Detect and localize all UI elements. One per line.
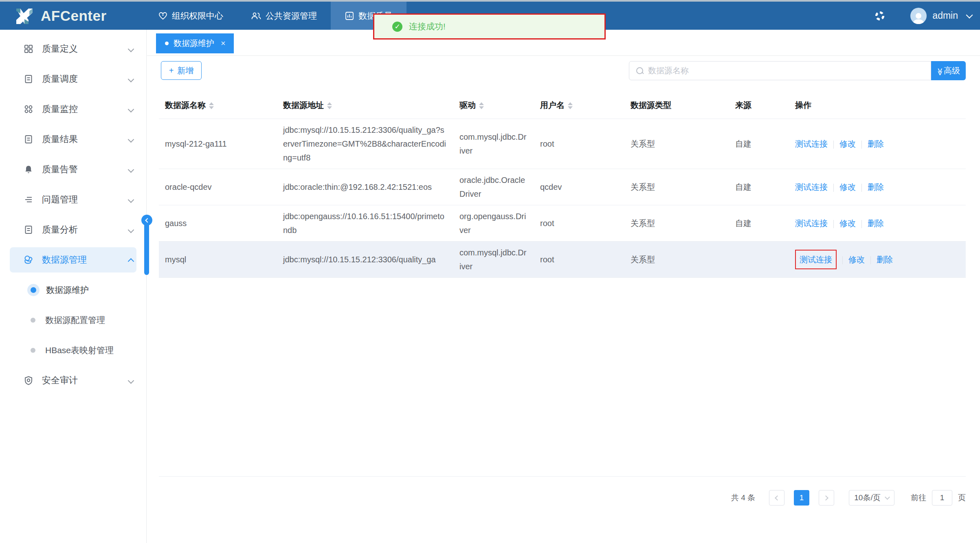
table-header-row: 数据源名称 数据源地址 驱动 用户名 数据源类型 来源 操作 <box>159 92 966 119</box>
delete-link[interactable]: 删除 <box>868 219 884 228</box>
chevron-down-icon <box>128 226 134 233</box>
sidebar-item-label: 安全审计 <box>42 374 129 387</box>
cell-name: mysql-212-ga111 <box>159 119 277 169</box>
double-chevron-down-icon: ≫ <box>936 68 945 75</box>
dot-icon <box>31 348 35 353</box>
test-connection-link[interactable]: 测试连接 <box>795 219 828 228</box>
page-size-value: 10条/页 <box>854 492 880 503</box>
main-area: 数据源维护 × + 新增 ≫ 高级 <box>147 30 980 543</box>
prev-page-button[interactable] <box>769 490 784 506</box>
cell-source: 自建 <box>729 169 789 205</box>
sidebar-menu: 质量定义 质量调度 质量监控 质量结果 <box>0 30 146 396</box>
chevron-right-icon <box>823 495 828 501</box>
edit-link[interactable]: 修改 <box>839 219 856 228</box>
search-icon <box>636 67 644 75</box>
nav-item-public-resource[interactable]: 公共资源管理 <box>237 2 331 30</box>
edit-link[interactable]: 修改 <box>839 182 856 191</box>
nav-item-label: 公共资源管理 <box>266 10 317 22</box>
edit-link[interactable]: 修改 <box>839 139 856 148</box>
column-header-address[interactable]: 数据源地址 <box>277 92 453 119</box>
cell-driver: com.mysql.jdbc.Driver <box>453 242 534 278</box>
toast-message: 连接成功! <box>409 21 446 32</box>
test-connection-link[interactable]: 测试连接 <box>795 182 828 191</box>
cell-driver: oracle.jdbc.OracleDriver <box>453 169 534 205</box>
sidebar-item-issue-management[interactable]: 问题管理 <box>0 185 146 215</box>
delete-link[interactable]: 删除 <box>868 139 884 148</box>
cell-actions: 测试连接修改删除 <box>789 169 966 205</box>
collapse-circle[interactable] <box>141 215 152 226</box>
cell-type: 关系型 <box>624 242 729 278</box>
cell-source <box>729 242 789 278</box>
column-header-name[interactable]: 数据源名称 <box>159 92 277 119</box>
sidebar-item-label: 质量分析 <box>42 224 129 236</box>
sort-icon[interactable] <box>479 102 484 109</box>
search-input[interactable] <box>648 66 931 75</box>
add-button-label: 新增 <box>177 65 193 76</box>
sidebar-subitem-label: HBase表映射管理 <box>45 345 114 356</box>
success-check-icon: ✓ <box>392 22 402 32</box>
cell-name: oracle-qcdev <box>159 169 277 205</box>
sidebar-item-datasource-management[interactable]: 数据源管理 <box>10 247 136 273</box>
chevron-left-icon <box>145 218 149 222</box>
sidebar-collapse-handle[interactable] <box>141 215 153 282</box>
nav-item-org-permission[interactable]: 组织权限中心 <box>144 2 237 30</box>
cell-driver: org.opengauss.Driver <box>453 205 534 242</box>
sidebar-subitem-datasource-maintenance[interactable]: 数据源维护 <box>0 275 146 305</box>
goto-page-input[interactable] <box>932 490 952 506</box>
sidebar-subitem-datasource-config[interactable]: 数据源配置管理 <box>0 305 146 335</box>
logo-text: AFCenter <box>41 8 107 24</box>
sidebar-item-quality-monitor[interactable]: 质量监控 <box>0 94 146 124</box>
sidebar-item-label: 数据源管理 <box>42 254 129 266</box>
sidebar-item-quality-schedule[interactable]: 质量调度 <box>0 64 146 94</box>
sort-icon[interactable] <box>327 102 332 109</box>
avatar[interactable] <box>910 8 927 24</box>
current-page-button[interactable]: 1 <box>794 490 809 506</box>
cell-type: 关系型 <box>624 205 729 242</box>
test-connection-link[interactable]: 测试连接 <box>795 139 828 148</box>
top-nav: 组织权限中心 公共资源管理 数据质量 <box>144 2 407 30</box>
sidebar-item-quality-alert[interactable]: 质量告警 <box>0 154 146 185</box>
delete-link[interactable]: 删除 <box>868 182 884 191</box>
app-logo[interactable]: AFCenter <box>15 6 137 26</box>
cell-username: root <box>534 242 624 278</box>
afcenter-app: { "topbar": { "logo": "AFCenter", "nav":… <box>0 0 980 543</box>
column-header-driver[interactable]: 驱动 <box>453 92 534 119</box>
collapse-bar[interactable] <box>144 222 149 275</box>
sidebar-item-quality-result[interactable]: 质量结果 <box>0 124 146 154</box>
datasource-table: 数据源名称 数据源地址 驱动 用户名 数据源类型 来源 操作 mysql-212… <box>159 92 966 278</box>
chevron-down-icon <box>885 495 890 500</box>
add-button[interactable]: + 新增 <box>161 61 202 80</box>
user-menu-chevron-down-icon[interactable] <box>966 11 973 18</box>
username-label[interactable]: admin <box>932 10 958 21</box>
cell-address: jdbc:mysql://10.15.15.212:3306/quality_g… <box>277 119 453 169</box>
active-dot-icon <box>31 287 36 293</box>
cell-actions: 测试连接修改删除 <box>789 119 966 169</box>
sidebar-item-security-audit[interactable]: 安全审计 <box>0 365 146 396</box>
bell-icon <box>23 164 34 175</box>
tab-datasource-maintenance[interactable]: 数据源维护 × <box>156 33 234 53</box>
sidebar-subitem-hbase-mapping[interactable]: HBase表映射管理 <box>0 335 146 365</box>
sort-icon[interactable] <box>568 102 573 109</box>
column-header-username[interactable]: 用户名 <box>534 92 624 119</box>
settings-icon[interactable] <box>875 11 885 21</box>
delete-link[interactable]: 删除 <box>877 255 893 264</box>
document-icon <box>23 74 34 84</box>
sidebar-item-quality-analysis[interactable]: 质量分析 <box>0 215 146 245</box>
edit-link[interactable]: 修改 <box>848 255 865 264</box>
goto-label: 前往 <box>911 492 926 503</box>
sidebar-item-quality-definition[interactable]: 质量定义 <box>0 34 146 64</box>
next-page-button[interactable] <box>819 490 834 506</box>
chevron-down-icon <box>128 196 134 203</box>
tab-close-icon[interactable]: × <box>221 39 226 48</box>
cell-name: gauss <box>159 205 277 242</box>
cell-username: root <box>534 119 624 169</box>
page-size-select[interactable]: 10条/页 <box>849 490 894 506</box>
test-connection-link[interactable]: 测试连接 <box>800 255 832 264</box>
search-box[interactable] <box>629 61 931 80</box>
advanced-button[interactable]: ≫ 高级 <box>931 61 966 80</box>
cell-actions: 测试连接修改删除 <box>789 242 966 278</box>
content: + 新增 ≫ 高级 数据源名称 数据源地址 驱动 <box>147 61 980 278</box>
sidebar-subitem-label: 数据源配置管理 <box>45 314 105 326</box>
cell-driver: com.mysql.jdbc.Driver <box>453 119 534 169</box>
sort-icon[interactable] <box>209 102 214 109</box>
